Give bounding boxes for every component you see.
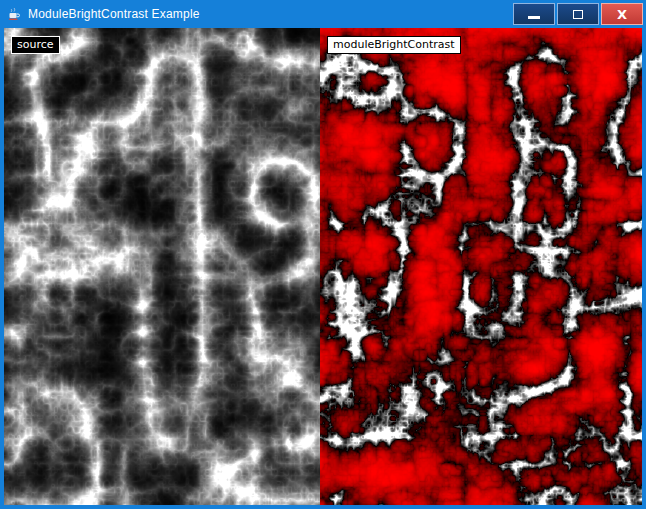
processed-label: moduleBrightContrast <box>327 36 461 54</box>
processed-image <box>320 28 642 505</box>
source-label: source <box>11 36 60 54</box>
window-controls: X <box>513 3 646 25</box>
titlebar[interactable]: ModuleBrightContrast Example X <box>0 0 646 28</box>
window-title: ModuleBrightContrast Example <box>28 7 513 21</box>
panel-source: source <box>4 28 320 505</box>
panel-processed: moduleBrightContrast <box>320 28 642 505</box>
minimize-icon <box>528 16 540 19</box>
maximize-icon <box>573 10 583 19</box>
source-image <box>4 28 320 505</box>
close-button[interactable]: X <box>601 3 643 25</box>
maximize-button[interactable] <box>557 3 599 25</box>
close-icon: X <box>617 8 627 21</box>
content-area: source moduleBrightContrast <box>4 28 642 505</box>
java-app-icon <box>6 6 22 22</box>
app-window: ModuleBrightContrast Example X source mo… <box>0 0 646 509</box>
minimize-button[interactable] <box>513 3 555 25</box>
